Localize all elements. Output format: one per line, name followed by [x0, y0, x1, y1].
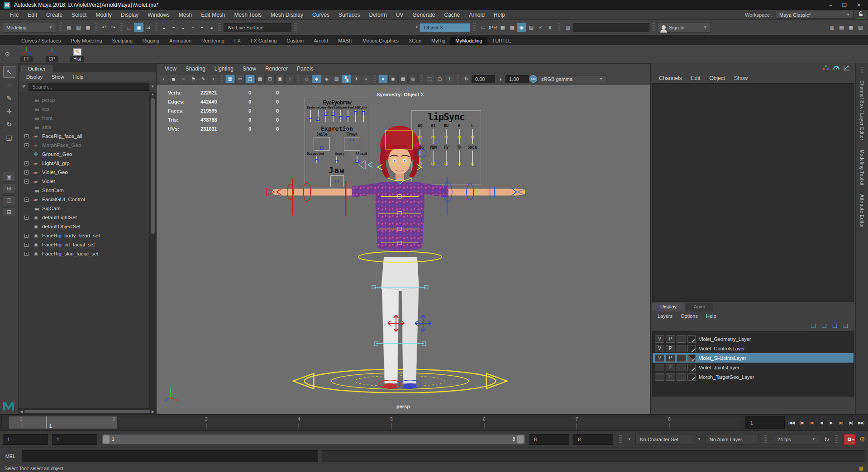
- shelf-tab-turtle[interactable]: TURTLE: [487, 37, 517, 45]
- chevron-down-icon[interactable]: ▼: [628, 437, 631, 441]
- symmetry-selector[interactable]: Object X: [420, 23, 470, 32]
- graph-icon[interactable]: [844, 65, 850, 71]
- outliner-item[interactable]: front: [19, 113, 149, 123]
- expression-box[interactable]: [314, 137, 330, 151]
- slider-handle[interactable]: [320, 146, 324, 150]
- shelf-tab-xgen[interactable]: XGen: [404, 37, 426, 45]
- scale-tool[interactable]: ◱: [3, 132, 15, 143]
- menubar-item[interactable]: Deform: [364, 12, 391, 18]
- outliner-item[interactable]: ShotCam: [19, 186, 149, 195]
- timeline-playhead[interactable]: [46, 416, 47, 429]
- outliner-item[interactable]: +FaceRig_face_all: [19, 132, 149, 141]
- slider-handle[interactable]: [432, 136, 435, 139]
- wireframe-on-shaded-icon[interactable]: ◈: [322, 75, 331, 83]
- layer-empty-new-icon[interactable]: ❏: [832, 323, 837, 329]
- move-tool[interactable]: ✛: [3, 105, 15, 117]
- lipsync-slider[interactable]: [420, 151, 420, 166]
- outliner-item[interactable]: +FaceRig_skin_facial_set: [19, 249, 149, 258]
- layer-editor-tab-anim[interactable]: Anim: [686, 303, 713, 312]
- motion-blur-icon[interactable]: ◉: [388, 75, 398, 83]
- open-scene-icon[interactable]: ▧: [74, 23, 83, 32]
- render-settings-icon[interactable]: ▦: [498, 23, 507, 32]
- step-back-button[interactable]: |◀: [796, 416, 806, 429]
- menu-set-selector[interactable]: Modeling ▼: [3, 23, 56, 33]
- minimize-button[interactable]: –: [830, 2, 832, 8]
- outliner-item[interactable]: defaultObjectSet: [19, 222, 149, 231]
- timeline-track[interactable]: 1 12345678: [1, 416, 743, 429]
- ipr-render-icon[interactable]: IPR: [488, 23, 498, 32]
- expand-icon[interactable]: +: [24, 198, 29, 202]
- shelf-tab-custom[interactable]: Custom: [281, 37, 309, 45]
- gamma-field[interactable]: 1.00: [506, 75, 529, 83]
- undo-icon[interactable]: ↶: [99, 23, 109, 32]
- previous-key-button[interactable]: |◀: [806, 416, 816, 429]
- exposure-icon[interactable]: ↻: [462, 75, 471, 83]
- go-to-end-button[interactable]: ▶▶|: [856, 416, 866, 429]
- jaw-control-box[interactable]: [330, 175, 344, 187]
- dof-icon[interactable]: ◎: [408, 75, 418, 83]
- channel-box-empty-area[interactable]: [652, 83, 854, 302]
- layer-new-icon[interactable]: ❏: [843, 323, 848, 329]
- scrollbar-thumb[interactable]: [151, 98, 155, 234]
- workspace-select[interactable]: Maya Classic* ▼: [776, 11, 854, 19]
- new-scene-icon[interactable]: ▤: [64, 23, 74, 32]
- shelf-tab-fx-caching[interactable]: FX Caching: [246, 37, 281, 45]
- lasso-tool[interactable]: ◌: [3, 79, 15, 91]
- menubar-item[interactable]: File: [5, 12, 23, 18]
- shelf-button-ft[interactable]: FT: [16, 46, 38, 62]
- snap-view-plane-icon[interactable]: ◓: [197, 23, 207, 32]
- outliner-item[interactable]: top: [19, 104, 149, 113]
- workspace-lock-icon[interactable]: [857, 11, 864, 19]
- outliner-item[interactable]: persp: [19, 95, 149, 104]
- snap-grid-icon[interactable]: ◒: [159, 23, 169, 32]
- scroll-up-icon[interactable]: ▲: [151, 92, 155, 98]
- film-gate-icon[interactable]: ▭: [235, 75, 245, 83]
- drag-handle[interactable]: [861, 67, 863, 74]
- menubar-item[interactable]: Edit: [23, 12, 42, 18]
- playback-loop-icon[interactable]: ↻: [824, 436, 830, 443]
- animation-end-field[interactable]: 8: [573, 434, 613, 445]
- shelf-tab-curves-surfaces[interactable]: Curves / Surfaces: [16, 37, 66, 45]
- layer-visible-toggle[interactable]: V: [655, 345, 664, 352]
- shelf-tab-rendering[interactable]: Rendering: [196, 37, 229, 45]
- facial-slider[interactable]: [333, 110, 334, 122]
- shelf-tab-poly-modeling[interactable]: Poly Modeling: [66, 37, 107, 45]
- layer-display-toggle[interactable]: [677, 373, 686, 381]
- channel-box-menu-edit[interactable]: Edit: [687, 75, 705, 81]
- select-component-icon[interactable]: ⊡: [143, 23, 153, 32]
- checker-icon[interactable]: ▚: [342, 75, 351, 83]
- lipsync-slider[interactable]: [459, 151, 460, 166]
- layer-display-toggle[interactable]: [677, 364, 686, 371]
- exposure-field[interactable]: 0.00: [472, 75, 495, 83]
- slider-handle[interactable]: [419, 162, 422, 165]
- live-surface-field[interactable]: No Live Surface: [224, 23, 291, 32]
- select-camera-icon[interactable]: ▪: [159, 75, 168, 83]
- expand-icon[interactable]: +: [24, 252, 29, 256]
- auto-keyframe-toggle[interactable]: [844, 434, 855, 445]
- slider-handle[interactable]: [458, 162, 461, 165]
- xray-icon[interactable]: ▢: [435, 75, 444, 83]
- lights-icon[interactable]: ☀: [352, 75, 361, 83]
- sidebar-tab-channel-box-layer-editor[interactable]: Channel Box / Layer Editor: [859, 76, 864, 145]
- multisample-icon[interactable]: ▩: [398, 75, 408, 83]
- facial-slider[interactable]: [325, 110, 326, 122]
- play-forwards-button[interactable]: ▶: [826, 416, 836, 429]
- lipsync-slider[interactable]: [472, 151, 473, 166]
- slider-handle[interactable]: [347, 116, 350, 119]
- slider-handle[interactable]: [316, 118, 320, 121]
- go-to-start-button[interactable]: |◀◀: [787, 416, 796, 429]
- layer-playback-toggle[interactable]: P: [666, 373, 675, 381]
- contrast-icon[interactable]: ◑: [496, 74, 505, 84]
- menubar-item[interactable]: Mesh Tools: [230, 12, 266, 18]
- slider-handle[interactable]: [444, 136, 448, 139]
- expand-icon[interactable]: +: [24, 216, 29, 220]
- redo-icon[interactable]: ↷: [109, 23, 118, 32]
- layer-row[interactable]: PMorph_TargetGeo_Layer: [653, 372, 854, 382]
- channel-box-menu-object[interactable]: Object: [705, 75, 730, 81]
- viewport-menu-panels[interactable]: Panels: [292, 66, 318, 72]
- wireframe-icon[interactable]: ◇: [302, 75, 311, 83]
- textured-icon[interactable]: ▨: [332, 75, 341, 83]
- viewport-3d-area[interactable]: Verts:22292100Edges:44244900Faces:219595…: [157, 85, 650, 414]
- xyz-icon[interactable]: [823, 65, 829, 71]
- shelf-tab-rigging[interactable]: Rigging: [138, 37, 164, 45]
